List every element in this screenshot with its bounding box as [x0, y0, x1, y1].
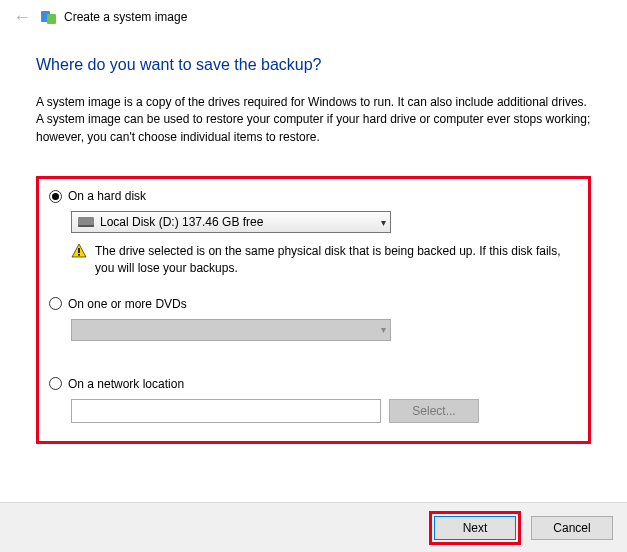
radio-hard-disk[interactable]: On a hard disk — [49, 189, 578, 203]
dvd-dropdown: ▾ — [71, 319, 391, 341]
highlight-box: Next — [429, 511, 521, 545]
back-arrow-icon: ← — [10, 8, 34, 26]
titlebar: ← Create a system image — [0, 0, 627, 38]
svg-rect-4 — [78, 254, 80, 256]
drive-dropdown[interactable]: Local Disk (D:) 137.46 GB free ▾ — [71, 211, 391, 233]
warning-row: The drive selected is on the same physic… — [71, 243, 578, 277]
network-path-input[interactable] — [71, 399, 381, 423]
option-dvd: On one or more DVDs ▾ — [49, 297, 578, 341]
warning-text: The drive selected is on the same physic… — [95, 243, 578, 277]
warning-icon — [71, 243, 87, 259]
footer-bar: Next Cancel — [0, 502, 627, 552]
svg-rect-3 — [78, 248, 80, 253]
options-panel: On a hard disk Local Disk (D:) 137.46 GB… — [36, 176, 591, 444]
option-hard-disk: On a hard disk Local Disk (D:) 137.46 GB… — [49, 189, 578, 277]
radio-label: On a network location — [68, 377, 184, 391]
svg-rect-1 — [47, 14, 56, 24]
drive-dropdown-text: Local Disk (D:) 137.46 GB free — [100, 215, 381, 229]
window-title: Create a system image — [64, 10, 187, 24]
page-description: A system image is a copy of the drives r… — [36, 94, 591, 146]
select-button: Select... — [389, 399, 479, 423]
drive-icon — [78, 217, 94, 227]
radio-label: On a hard disk — [68, 189, 146, 203]
radio-label: On one or more DVDs — [68, 297, 187, 311]
radio-network[interactable]: On a network location — [49, 377, 578, 391]
chevron-down-icon: ▾ — [381, 217, 386, 228]
radio-icon — [49, 377, 62, 390]
option-network: On a network location Select... — [49, 377, 578, 423]
radio-dvd[interactable]: On one or more DVDs — [49, 297, 578, 311]
page-title: Where do you want to save the backup? — [36, 56, 591, 74]
system-image-icon — [40, 8, 58, 26]
radio-icon — [49, 297, 62, 310]
cancel-button[interactable]: Cancel — [531, 516, 613, 540]
radio-icon — [49, 190, 62, 203]
chevron-down-icon: ▾ — [381, 324, 386, 335]
next-button[interactable]: Next — [434, 516, 516, 540]
